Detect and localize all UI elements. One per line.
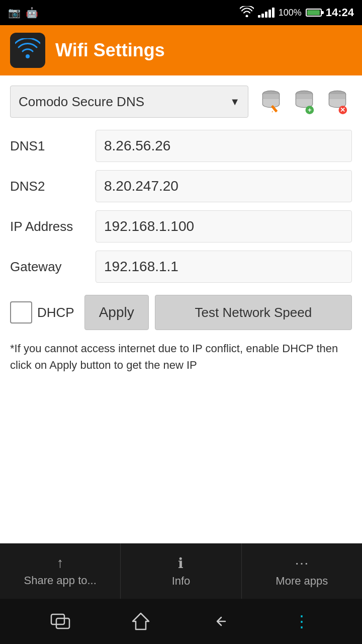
dns-selector-row: Comodo Secure DNS ▼ [10,86,352,118]
bottom-bar: ↑ Share app to... ℹ Info ⋯ More apps [0,543,362,599]
more-apps-label: More apps [276,575,328,588]
status-left-icons: 📷 🤖 [8,7,38,19]
ip-address-label: IP Address [10,219,96,234]
home-button[interactable] [123,604,158,639]
dns1-input[interactable] [96,130,352,162]
dns1-label: DNS1 [10,138,96,154]
dhcp-checkbox[interactable] [10,301,32,324]
app-header: Wifi Settings [0,25,362,75]
back-button[interactable] [204,604,239,639]
ip-address-input[interactable] [96,210,352,243]
svg-point-1 [26,54,30,58]
svg-rect-12 [56,618,69,628]
android-icon: 🤖 [26,7,38,19]
recents-button[interactable] [43,604,78,639]
svg-rect-11 [51,614,64,624]
dns-dropdown[interactable]: Comodo Secure DNS ▼ [10,86,248,118]
navigation-bar: ⋮ [0,599,362,644]
dns2-row: DNS2 [10,170,352,202]
dns-dropdown-label: Comodo Secure DNS [19,94,144,110]
main-content: Comodo Secure DNS ▼ [0,75,362,458]
action-icons: + ✕ [256,87,352,116]
more-options-button[interactable]: ⋮ [284,604,319,639]
signal-bars [258,8,275,18]
dhcp-label: DHCP [37,305,74,320]
svg-text:+: + [308,106,312,114]
app-title: Wifi Settings [55,40,165,61]
more-apps-icon: ⋯ [295,555,309,572]
ip-address-row: IP Address [10,210,352,243]
camera-icon: 📷 [8,7,21,19]
dhcp-area: DHCP [10,301,74,324]
svg-point-0 [245,15,248,17]
app-logo [10,33,45,68]
info-text: *If you cannot access internet due to IP… [10,340,352,373]
info-button[interactable]: ℹ Info [121,543,241,599]
action-row: DHCP Apply Test Network Speed [10,295,352,330]
svg-marker-4 [272,111,274,112]
wifi-logo-icon [15,38,40,63]
battery-percentage: 100% [279,8,302,18]
share-app-label: Share app to... [24,574,97,587]
svg-marker-13 [133,613,149,629]
info-label: Info [172,575,191,588]
svg-text:✕: ✕ [340,106,345,114]
dns2-input[interactable] [96,170,352,202]
gateway-label: Gateway [10,259,96,275]
share-app-button[interactable]: ↑ Share app to... [0,543,121,599]
status-time: 14:24 [326,6,354,19]
test-network-button[interactable]: Test Network Speed [155,295,352,330]
battery-icon [306,9,322,17]
info-icon: ℹ [178,555,184,572]
spacer [0,458,362,543]
vertical-dots-icon: ⋮ [294,612,310,631]
wifi-status-icon [240,6,254,20]
share-icon: ↑ [57,555,64,571]
status-bar: 📷 🤖 100% 14:24 [0,0,362,25]
gateway-input[interactable] [96,251,352,283]
dns2-label: DNS2 [10,179,96,194]
status-right-area: 100% 14:24 [240,6,354,20]
more-apps-button[interactable]: ⋯ More apps [242,543,362,599]
gateway-row: Gateway [10,251,352,283]
edit-db-icon[interactable] [256,87,286,116]
apply-button[interactable]: Apply [84,295,149,330]
add-db-icon[interactable]: + [290,87,319,116]
delete-db-icon[interactable]: ✕ [323,87,352,116]
dns1-row: DNS1 [10,130,352,162]
chevron-down-icon: ▼ [230,96,240,108]
